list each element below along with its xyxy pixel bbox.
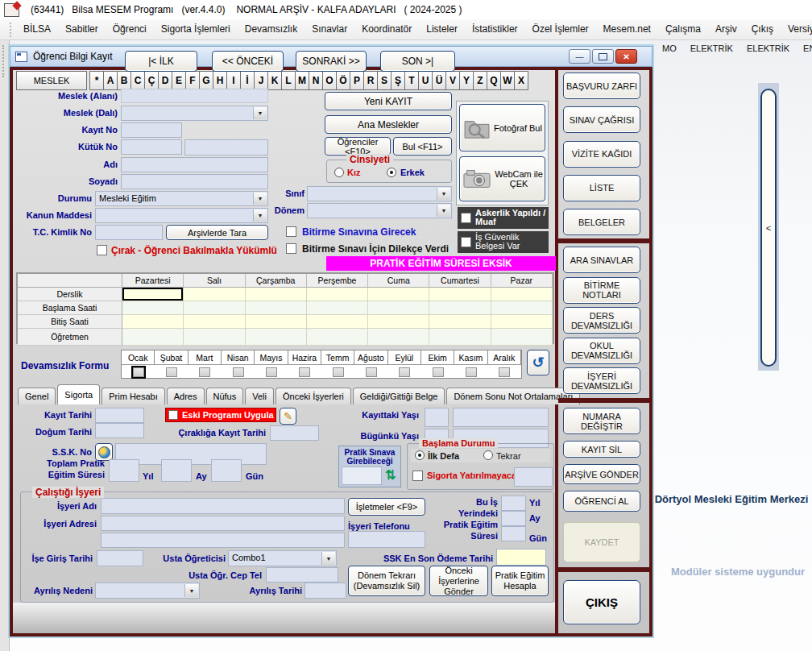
schedule-cell[interactable] bbox=[368, 329, 429, 346]
usta-cep-field[interactable] bbox=[266, 567, 338, 583]
yeni-kayit-button[interactable]: Yeni KAYIT bbox=[325, 92, 452, 110]
schedule-cell[interactable] bbox=[122, 315, 184, 329]
detail-tab[interactable]: Genel bbox=[18, 388, 56, 404]
sidebar-button[interactable]: SINAV ÇAĞRISI bbox=[563, 106, 640, 133]
menu-item[interactable]: Sigorta İşlemleri bbox=[154, 19, 238, 39]
sidebar-button[interactable]: BİTİRME NOTLARI bbox=[563, 277, 640, 304]
alphabet-tab[interactable]: Q bbox=[487, 71, 501, 90]
alphabet-tab[interactable]: B bbox=[117, 71, 131, 90]
alphabet-tab[interactable]: Ö bbox=[336, 71, 350, 90]
close-button[interactable]: ✕ bbox=[615, 49, 637, 64]
isyeri-adresi-field-2[interactable] bbox=[101, 533, 345, 548]
month-button[interactable] bbox=[266, 367, 277, 377]
tc-kimlik-field[interactable] bbox=[95, 225, 163, 240]
undo-button[interactable]: ↺ bbox=[527, 350, 549, 375]
detail-tab[interactable]: Önceki İşyerleri bbox=[276, 388, 351, 404]
schedule-cell[interactable] bbox=[429, 315, 491, 329]
menu-item[interactable]: Sabitler bbox=[58, 19, 106, 39]
schedule-cell[interactable] bbox=[491, 301, 553, 315]
toplam-gun-field[interactable] bbox=[211, 459, 242, 482]
sidebar-button[interactable]: BELGELER bbox=[563, 209, 640, 235]
adi-field[interactable] bbox=[121, 157, 268, 172]
schedule-cell[interactable] bbox=[307, 329, 368, 346]
sigorta-yatirilmayacak-field[interactable] bbox=[514, 467, 553, 487]
schedule-cell[interactable] bbox=[246, 315, 307, 329]
alphabet-tab[interactable]: K bbox=[267, 71, 282, 90]
first-record-button[interactable]: |< İLK bbox=[125, 51, 197, 72]
pratik-egitim-hesapla-button[interactable]: Pratik Eğitim Hesapla bbox=[491, 566, 549, 596]
sidebar-button[interactable]: LİSTE bbox=[563, 175, 640, 201]
sigorta-yatirilmayacak-checkbox[interactable] bbox=[412, 471, 423, 481]
month-button-ocak[interactable] bbox=[133, 367, 144, 377]
menu-item[interactable]: BİLSA bbox=[16, 19, 58, 39]
ogrenciler-f10-button[interactable]: Öğrenciler <F10> bbox=[325, 137, 391, 155]
swap-arrows-icon[interactable]: ⇅ bbox=[385, 467, 396, 483]
schedule-cell[interactable] bbox=[246, 329, 307, 346]
schedule-cell[interactable] bbox=[184, 288, 245, 301]
alphabet-tab[interactable]: Y bbox=[459, 71, 474, 90]
ise-giris-field[interactable] bbox=[97, 550, 143, 566]
isletmeler-f9-button[interactable]: İşletmeler <F9> bbox=[348, 498, 425, 516]
durumu-dropdown[interactable]: Mesleki Eğitim ▼ bbox=[95, 191, 268, 206]
month-button[interactable] bbox=[299, 367, 310, 377]
alphabet-tab[interactable]: * bbox=[89, 71, 104, 90]
schedule-cell[interactable] bbox=[429, 301, 491, 315]
edit-pencil-button[interactable]: ✎ bbox=[280, 408, 296, 425]
menu-item[interactable]: Çıkış bbox=[744, 19, 781, 39]
sidebar-button[interactable]: NUMARA DEĞİŞTİR bbox=[563, 408, 640, 434]
arsivlerde-tara-button[interactable]: Arşivlerde Tara bbox=[166, 225, 268, 240]
month-button[interactable] bbox=[433, 367, 444, 377]
menu-item[interactable]: Listeler bbox=[419, 19, 465, 39]
sidebar-button[interactable]: İŞYERİ DEVAMSIZLIĞI bbox=[563, 367, 640, 394]
alphabet-tab[interactable]: P bbox=[350, 71, 364, 90]
is-guvenlik-checkbox[interactable] bbox=[461, 237, 471, 247]
dropdown-arrow-icon[interactable]: ▼ bbox=[437, 188, 450, 200]
schedule-cell[interactable] bbox=[184, 329, 245, 346]
webcam-cek-button[interactable]: WebCam ile ÇEK bbox=[459, 156, 545, 201]
ciraklige-kayit-field[interactable] bbox=[270, 425, 319, 441]
askerlik-checkbox[interactable] bbox=[461, 213, 471, 223]
usta-ogreticisi-dropdown[interactable]: Combo1 ▼ bbox=[228, 550, 337, 566]
kiz-radio[interactable] bbox=[334, 168, 344, 177]
detail-tab[interactable]: Veli bbox=[245, 388, 274, 404]
bitirme-dilekce-checkbox[interactable] bbox=[286, 243, 296, 254]
meslek-alani-field[interactable] bbox=[121, 89, 268, 103]
menu-item[interactable]: İstatistikler bbox=[465, 19, 525, 39]
cikis-button[interactable]: ÇIKIŞ bbox=[563, 580, 640, 624]
dropdown-arrow-icon[interactable]: ▼ bbox=[437, 205, 450, 217]
minimize-button[interactable]: — bbox=[569, 49, 590, 64]
alphabet-tab[interactable]: I bbox=[226, 71, 241, 90]
sidebar-button[interactable]: ÖĞRENCİ AL bbox=[563, 491, 640, 512]
alphabet-tab[interactable]: W bbox=[500, 71, 515, 90]
alphabet-tab[interactable]: V bbox=[445, 71, 460, 90]
eski-program-checkbox[interactable] bbox=[168, 410, 178, 420]
alphabet-tab[interactable]: S bbox=[377, 71, 392, 90]
ilk-defa-radio[interactable] bbox=[415, 450, 425, 460]
cirak-checkbox[interactable] bbox=[97, 245, 107, 255]
schedule-cell[interactable] bbox=[307, 315, 368, 329]
soyadi-field[interactable] bbox=[121, 174, 268, 189]
month-button[interactable] bbox=[399, 367, 410, 377]
menu-item[interactable]: Arşiv bbox=[708, 19, 744, 39]
menu-item[interactable]: Mesem.net bbox=[596, 19, 658, 39]
tekrar-radio[interactable] bbox=[483, 450, 493, 460]
alphabet-tab[interactable]: L bbox=[281, 71, 296, 90]
schedule-cell[interactable] bbox=[491, 315, 553, 329]
month-button[interactable] bbox=[166, 367, 177, 377]
bul-f11-button[interactable]: Bul <F11> bbox=[393, 137, 452, 155]
ana-meslekler-button[interactable]: Ana Meslekler bbox=[325, 115, 452, 134]
sidebar-button[interactable]: VİZİTE KAĞIDI bbox=[563, 141, 640, 168]
schedule-cell[interactable] bbox=[368, 315, 429, 329]
sidebar-button[interactable]: ARA SINAVLAR bbox=[563, 247, 640, 273]
menu-item[interactable]: Özel İşlemler bbox=[525, 19, 596, 39]
alphabet-tab[interactable]: N bbox=[309, 71, 323, 90]
onceki-isyerlerine-gonder-button[interactable]: Önceki İşyerlerine Gönder bbox=[429, 566, 488, 596]
detail-tab[interactable]: Adres bbox=[167, 388, 205, 404]
alphabet-tab[interactable]: O bbox=[322, 71, 337, 90]
schedule-cell[interactable] bbox=[429, 288, 491, 301]
alphabet-tab[interactable]: A bbox=[103, 71, 118, 90]
alphabet-tab[interactable]: X bbox=[514, 71, 528, 90]
schedule-cell[interactable] bbox=[246, 288, 307, 301]
kayit-tarihi-field[interactable] bbox=[95, 408, 144, 423]
schedule-cell[interactable] bbox=[368, 288, 429, 301]
